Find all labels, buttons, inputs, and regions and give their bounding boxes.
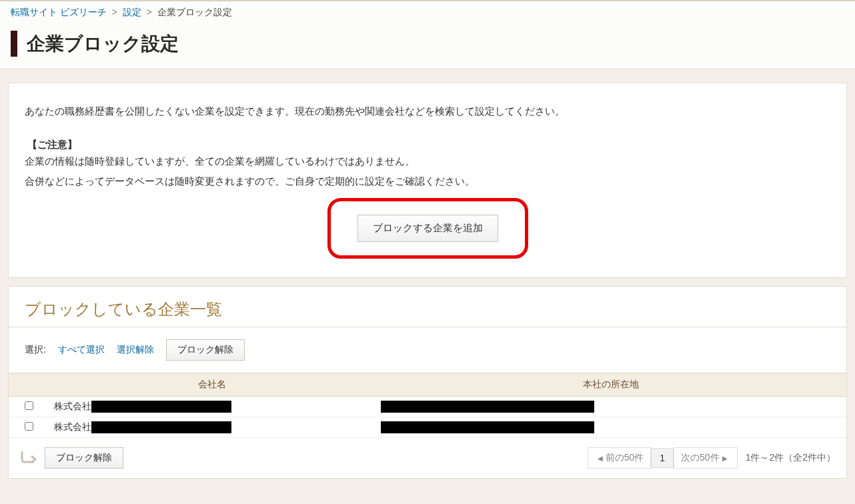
blocked-list-heading: ブロックしている企業一覧 (9, 287, 846, 327)
breadcrumb-current: 企業ブロック設定 (157, 7, 232, 17)
blocked-list-panel: ブロックしている企業一覧 選択: すべて選択 選択解除 ブロック解除 会社名 本… (8, 286, 847, 479)
unblock-button-top[interactable]: ブロック解除 (166, 339, 245, 361)
caution-line-2: 合併などによってデータベースは随時変更されますので、ご自身で定期的に設定をご確認… (25, 171, 830, 191)
highlight-annotation: ブロックする企業を追加 (327, 198, 528, 259)
select-all-link[interactable]: すべて選択 (58, 344, 105, 356)
select-label: 選択: (25, 344, 46, 356)
table-footer: ブロック解除 ◀前の50件 1 次の50件▶ 1件～2件（全2件中） (9, 438, 846, 478)
chevron-left-icon: ◀ (598, 455, 603, 462)
breadcrumb-settings-link[interactable]: 設定 (123, 7, 141, 17)
col-location: 本社の所在地 (375, 373, 846, 396)
row-checkbox[interactable] (25, 401, 33, 410)
prev-page-button[interactable]: ◀前の50件 (588, 447, 652, 469)
add-block-company-button[interactable]: ブロックする企業を追加 (357, 215, 498, 242)
breadcrumb: 転職サイト ビズリーチ > 設定 > 企業ブロック設定 (0, 0, 855, 23)
table-row: 株式会社 (9, 417, 846, 437)
caution-title: 【ご注意】 (27, 139, 830, 151)
description-panel: あなたの職務経歴書を公開したくない企業を設定できます。現在の勤務先や関連会社など… (8, 83, 847, 278)
col-company-name: 会社名 (49, 373, 375, 396)
redacted-block (91, 421, 231, 433)
redacted-block (381, 421, 594, 433)
result-count: 1件～2件（全2件中） (746, 452, 836, 464)
redacted-block (91, 401, 231, 413)
page-heading: 企業ブロック設定 (0, 23, 855, 69)
redacted-block (381, 401, 594, 413)
deselect-link[interactable]: 選択解除 (117, 344, 154, 356)
company-name-prefix: 株式会社 (54, 401, 91, 411)
chevron-right-icon: ▶ (722, 455, 728, 462)
col-checkbox (9, 373, 49, 396)
breadcrumb-sep-icon: > (112, 7, 117, 17)
selection-toolbar: 選択: すべて選択 選択解除 ブロック解除 (9, 327, 846, 373)
intro-text: あなたの職務経歴書を公開したくない企業を設定できます。現在の勤務先や関連会社など… (25, 102, 830, 121)
breadcrumb-sep-icon: > (147, 7, 152, 17)
arrow-up-right-icon (19, 450, 38, 466)
row-checkbox[interactable] (25, 422, 33, 431)
unblock-button-bottom[interactable]: ブロック解除 (45, 447, 123, 469)
company-table: 会社名 本社の所在地 株式会社株式会社 (9, 373, 846, 439)
pager: ◀前の50件 1 次の50件▶ 1件～2件（全2件中） (588, 447, 836, 469)
next-page-button[interactable]: 次の50件▶ (674, 447, 738, 469)
table-row: 株式会社 (9, 396, 846, 417)
breadcrumb-home-link[interactable]: 転職サイト ビズリーチ (11, 7, 107, 17)
company-name-prefix: 株式会社 (54, 421, 91, 432)
current-page: 1 (651, 448, 674, 468)
caution-line-1: 企業の情報は随時登録していますが、全ての企業を網羅しているわけではありません。 (25, 151, 830, 171)
page-title: 企業ブロック設定 (11, 31, 844, 57)
